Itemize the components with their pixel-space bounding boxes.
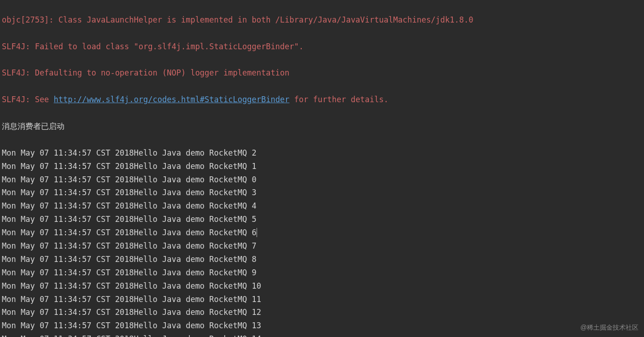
console-output[interactable]: objc[2753]: Class JavaLaunchHelper is im… bbox=[2, 0, 642, 337]
log-line-message: Mon May 07 11:34:57 CST 2018Hello Java d… bbox=[2, 266, 642, 279]
slf4j-suffix: for further details. bbox=[289, 95, 388, 104]
log-line-message: Mon May 07 11:34:57 CST 2018Hello Java d… bbox=[2, 239, 642, 253]
log-line-message: Mon May 07 11:34:57 CST 2018Hello Java d… bbox=[2, 213, 642, 226]
watermark: @稀土掘金技术社区 bbox=[580, 322, 638, 333]
log-line-slf4j-1: SLF4J: Failed to load class "org.slf4j.i… bbox=[2, 40, 642, 53]
log-line-message: Mon May 07 11:34:57 CST 2018Hello Java d… bbox=[2, 160, 642, 173]
log-line-objc: objc[2753]: Class JavaLaunchHelper is im… bbox=[2, 13, 642, 27]
log-line-message: Mon May 07 11:34:57 CST 2018Hello Java d… bbox=[2, 253, 642, 266]
log-line-message: Mon May 07 11:34:57 CST 2018Hello Java d… bbox=[2, 306, 642, 319]
log-line-message: Mon May 07 11:34:57 CST 2018Hello Java d… bbox=[2, 279, 642, 293]
log-line-message: Mon May 07 11:34:57 CST 2018Hello Java d… bbox=[2, 146, 642, 160]
log-line-message: Mon May 07 11:34:57 CST 2018Hello Java d… bbox=[2, 226, 642, 239]
log-line-message: Mon May 07 11:34:57 CST 2018Hello Java d… bbox=[2, 199, 642, 213]
log-line-message: Mon May 07 11:34:57 CST 2018Hello Java d… bbox=[2, 319, 642, 332]
log-line-message: Mon May 07 11:34:57 CST 2018Hello Java d… bbox=[2, 173, 642, 186]
consumer-status: 消息消费者已启动 bbox=[2, 120, 642, 133]
log-line-slf4j-2: SLF4J: Defaulting to no-operation (NOP) … bbox=[2, 66, 642, 80]
log-line-message: Mon May 07 11:34:57 CST 2018Hello Java d… bbox=[2, 186, 642, 199]
slf4j-prefix: SLF4J: See bbox=[2, 95, 54, 104]
slf4j-link[interactable]: http://www.slf4j.org/codes.html#StaticLo… bbox=[54, 95, 290, 104]
log-line-slf4j-3: SLF4J: See http://www.slf4j.org/codes.ht… bbox=[2, 93, 642, 106]
log-line-message: Mon May 07 11:34:57 CST 2018Hello Java d… bbox=[2, 293, 642, 306]
log-line-message: Mon May 07 11:34:57 CST 2018Hello Java d… bbox=[2, 332, 642, 337]
